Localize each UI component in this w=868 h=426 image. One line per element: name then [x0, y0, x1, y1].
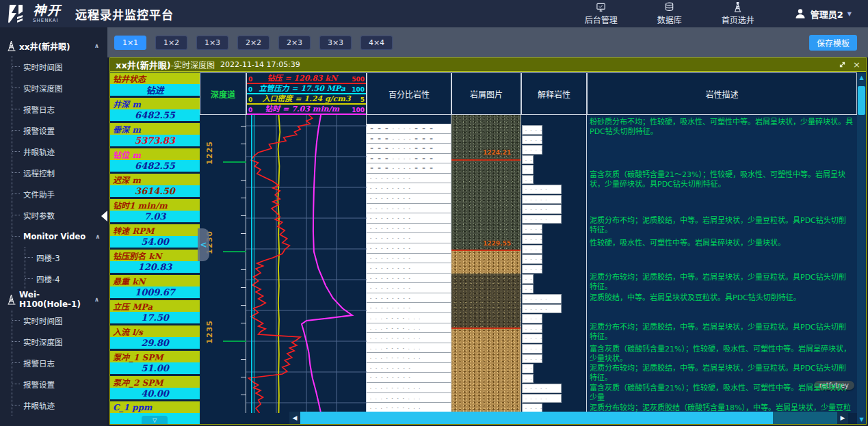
scroll-right-button[interactable]: ▶: [837, 412, 848, 424]
parameter-label: 钻压别名 kN: [110, 250, 200, 261]
nav-backend-admin[interactable]: 后台管理: [585, 2, 618, 25]
vertical-scrollbar: ▲ ▼: [857, 72, 866, 424]
user-name: 管理员2: [811, 8, 843, 21]
tree-item[interactable]: 井眼轨迹: [12, 395, 107, 416]
tree-item[interactable]: 报警日志: [12, 98, 107, 120]
nav-home-well-select[interactable]: 首页选井: [722, 2, 754, 25]
grid-button-1×2[interactable]: 1×2: [155, 36, 187, 50]
tree-item[interactable]: 实时参数: [12, 204, 107, 226]
tree-item[interactable]: 实时时间图: [12, 310, 107, 331]
litho-pattern-row: - - - - - - - -: [367, 183, 451, 194]
tree-well-node[interactable]: xx井(新井眼)∧: [7, 36, 107, 56]
grid-button-1×3[interactable]: 1×3: [196, 36, 228, 50]
horizontal-scroll-thumb[interactable]: [300, 412, 773, 424]
litho-pattern-row: . . . - - - - . . .: [367, 313, 451, 323]
panel-content: 钻井状态钻进井深 m6482.55垂深 m5373.83钻位 m6482.55迟…: [110, 72, 866, 424]
depth-tick: [241, 215, 246, 216]
save-template-button[interactable]: 保存模板: [809, 35, 857, 51]
user-menu[interactable]: 管理员2 ▼: [794, 8, 852, 21]
curve-钻压: [249, 115, 313, 413]
top-header: 神开 SHENKAI 远程录井监控平台 后台管理 数据库 首页选井 管理员2 ▼: [0, 0, 868, 27]
interp-row: - - - - -: [521, 314, 586, 324]
parameter-panel: 钻井状态钻进井深 m6482.55垂深 m5373.83钻位 m6482.55迟…: [110, 72, 200, 424]
tree-item-label: 井眼轨迹: [23, 400, 55, 411]
grid-button-3×3[interactable]: 3×3: [319, 36, 352, 50]
litho-description-text: 泥质胶结，中等。岩屑呈块状及豆粒状。具PDC钻头切削特征。: [590, 293, 853, 303]
litho-pattern-row: . . . - - - - . . .: [367, 383, 451, 393]
curve-min: 0: [248, 96, 252, 103]
collapse-caret-icon[interactable]: ∧: [95, 233, 100, 240]
collapse-caret-icon[interactable]: ∧: [94, 42, 99, 49]
sidebar-collapse-handle[interactable]: [101, 211, 107, 222]
desc-column-header: 岩性描述: [587, 72, 857, 115]
rock-depth-label: 1224.21: [483, 149, 511, 156]
interp-row: - - - - -: [521, 274, 586, 284]
collapse-caret-icon[interactable]: ∧: [94, 296, 99, 303]
parameter-row: 泵冲_2 SPM40.00: [110, 376, 200, 399]
user-avatar-icon: [794, 8, 806, 20]
litho-pattern-row: - - - - - - - -: [367, 274, 451, 284]
parameter-value: 3614.50: [110, 185, 200, 197]
parameter-label: 井深 m: [110, 98, 200, 109]
interp-litho-bar: - - - - -: [522, 394, 562, 403]
scroll-left-button[interactable]: ◀: [289, 412, 300, 424]
grid-button-4×4[interactable]: 4×4: [360, 36, 393, 50]
fullscreen-icon[interactable]: [839, 61, 846, 68]
grid-button-2×3[interactable]: 2×3: [278, 36, 311, 50]
close-icon[interactable]: ×: [853, 59, 860, 70]
depth-tick: [241, 377, 246, 377]
grid-button-2×2[interactable]: 2×2: [237, 36, 269, 50]
litho-pattern-row: - - - - - - - -: [367, 204, 451, 214]
curve-scale-row: 0钻时 = 7.03 min/m100: [247, 105, 366, 115]
depth-tick: [241, 359, 246, 360]
tree-item[interactable]: 实时深度图: [12, 77, 107, 98]
interp-litho-bar: - - - - -: [522, 245, 542, 254]
interp-row: - - - - -: [521, 235, 586, 245]
parameter-row: 井深 m6482.55: [110, 98, 200, 121]
parameter-label: 钻井状态: [110, 72, 200, 84]
tree-item[interactable]: 报警日志: [12, 352, 107, 373]
tree-item[interactable]: 实时时间图: [12, 56, 107, 77]
nav-database[interactable]: 数据库: [657, 2, 682, 25]
tree-item[interactable]: 报警设置: [12, 373, 107, 395]
tree-well-node[interactable]: Wei-H100(Hole-1)∧: [7, 289, 107, 310]
interp-row: - - - - -: [521, 394, 586, 404]
tree-group-monitor-video[interactable]: Monitor Video∧: [12, 226, 107, 247]
interp-litho-bar: - - - - -: [522, 265, 542, 274]
tree-item[interactable]: 四楼-3: [25, 247, 107, 268]
parameter-label: 钻位 m: [110, 148, 200, 160]
tree-item-label: 实时参数: [23, 210, 55, 221]
curve-label: 钻压 = 120.83 kN: [267, 72, 337, 83]
parameter-panel-expand-tab[interactable]: ▽: [142, 416, 168, 424]
interp-litho-bar: - - - - -: [522, 224, 542, 234]
tree-item[interactable]: 实时深度图: [12, 331, 107, 352]
horizontal-scroll-track[interactable]: [300, 412, 837, 424]
database-icon: [663, 2, 675, 12]
interp-row: - - - - -: [521, 324, 586, 334]
tree-item[interactable]: 报警设置: [12, 120, 107, 141]
scroll-down-button[interactable]: ▼: [857, 414, 866, 424]
rock-texture-section: [451, 250, 521, 274]
tree-item[interactable]: 四楼-4: [25, 268, 107, 289]
vertical-scroll-thumb[interactable]: [858, 86, 865, 115]
depth-tick: [241, 395, 246, 395]
top-nav: 后台管理 数据库 首页选井 管理员2 ▼: [585, 2, 852, 25]
param-panel-collapse-handle[interactable]: <: [198, 228, 209, 261]
interp-litho-bar: - - - - -: [522, 384, 562, 393]
panel-title-well: xx井(新井眼): [116, 58, 171, 71]
depth-label: 1235: [205, 320, 215, 344]
interp-row: - - - - -: [521, 165, 586, 175]
grid-button-1×1[interactable]: 1×1: [114, 36, 146, 50]
litho-pattern-row: - - - - - - - -: [367, 224, 451, 234]
interp-row: - - - - -: [521, 245, 586, 255]
tree-children: 实时时间图实时深度图报警日志报警设置井眼轨迹: [12, 310, 107, 416]
interp-litho-bar: - - - - -: [522, 304, 562, 314]
litho-pattern-row: . . . - - - - . . .: [367, 333, 451, 343]
litho-pattern-row: - - - - - - - -: [367, 174, 451, 184]
scroll-up-button[interactable]: ▲: [857, 72, 866, 82]
well-name: xx井(新井眼): [19, 40, 70, 52]
tree-item[interactable]: 远程控制: [12, 162, 107, 183]
tree-item[interactable]: 井眼轨迹: [12, 141, 107, 162]
litho-pattern-row: - - - - - - - -: [367, 243, 451, 254]
tree-item[interactable]: 文件助手: [12, 183, 107, 204]
